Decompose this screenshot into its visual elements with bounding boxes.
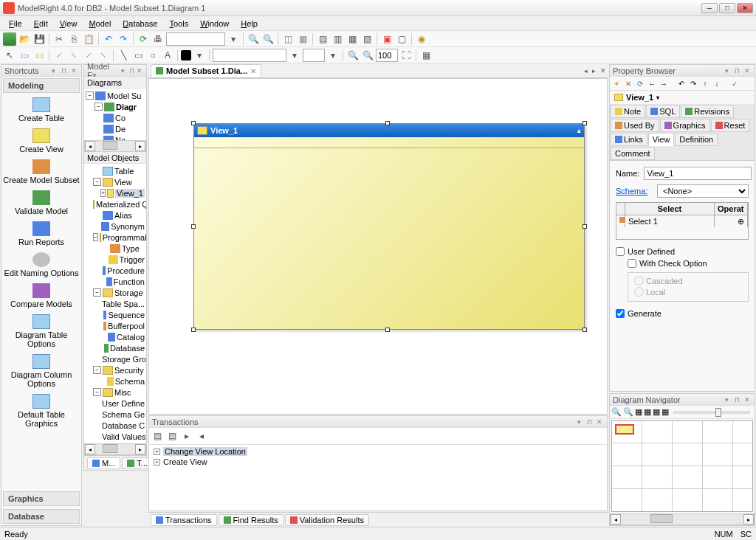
pin-icon[interactable]: ⊓ bbox=[59, 66, 68, 75]
model-objects-tree[interactable]: Table−View+View_1Materialized QuAliasSyn… bbox=[84, 164, 146, 443]
menu-edit[interactable]: Edit bbox=[28, 18, 54, 30]
tree-node[interactable]: Sequence bbox=[86, 309, 145, 320]
tree-node[interactable]: Function bbox=[86, 276, 145, 287]
rel2-icon[interactable]: ⟍ bbox=[67, 49, 80, 62]
pb4-icon[interactable]: ↓ bbox=[712, 78, 722, 89]
zoomout-icon[interactable]: 🔍 bbox=[361, 49, 374, 62]
shortcut-default-table-graphics[interactable]: Default Table Graphics bbox=[1, 391, 81, 431]
dropdown-icon[interactable]: ▾ bbox=[656, 94, 659, 101]
tab-links[interactable]: Links bbox=[611, 133, 647, 146]
grid-icon[interactable]: ▦ bbox=[419, 49, 433, 62]
shortcut-run-reports[interactable]: Run Reports bbox=[1, 218, 81, 249]
fwd-icon[interactable]: → bbox=[659, 78, 669, 89]
pb3-icon[interactable]: ↑ bbox=[700, 78, 710, 89]
search-input[interactable] bbox=[166, 32, 225, 46]
chk-generate[interactable]: Generate bbox=[616, 308, 749, 319]
shortcut-create-view[interactable]: Create View bbox=[1, 125, 81, 156]
paste-icon[interactable]: 📋 bbox=[82, 32, 95, 46]
view-entity[interactable]: View_1▴ bbox=[193, 123, 585, 330]
tree-node[interactable]: Catalog bbox=[86, 331, 145, 342]
menu-model[interactable]: Model bbox=[83, 18, 117, 30]
tree-node[interactable]: Materialized Qu bbox=[86, 198, 145, 210]
zoomin-icon[interactable]: 🔍 bbox=[611, 407, 622, 417]
shortcuts-group-database[interactable]: Database bbox=[3, 509, 80, 524]
resize-handle[interactable] bbox=[385, 328, 390, 332]
chk-user-defined[interactable]: User Defined bbox=[616, 246, 749, 257]
transaction-item[interactable]: +Change View Location bbox=[154, 446, 602, 457]
shortcut-create-table[interactable]: Create Table bbox=[1, 94, 81, 125]
tree-node[interactable]: User Define bbox=[86, 398, 145, 409]
dropdown3-icon[interactable]: ▾ bbox=[288, 49, 301, 62]
tb-icon-1[interactable]: ◫ bbox=[281, 32, 295, 46]
tab-view[interactable]: View bbox=[648, 133, 675, 146]
diagrams-scroll[interactable]: ◂▸ bbox=[84, 140, 146, 152]
zoom-input[interactable] bbox=[376, 49, 398, 62]
pin-icon[interactable]: ⊓ bbox=[732, 395, 741, 404]
tree-node[interactable]: Table Spa... bbox=[86, 298, 145, 309]
redo-icon[interactable]: ↷ bbox=[117, 32, 130, 46]
shortcut-compare-models[interactable]: Compare Models bbox=[1, 280, 81, 311]
tab-graphics[interactable]: Graphics bbox=[660, 119, 710, 132]
nav4-icon[interactable]: ▦ bbox=[662, 407, 669, 417]
dropdown-icon[interactable]: ▾ bbox=[722, 395, 731, 404]
tab-prev-icon[interactable]: ◂ bbox=[582, 67, 590, 75]
table-tool-icon[interactable]: ▭ bbox=[18, 49, 31, 62]
menu-database[interactable]: Database bbox=[117, 18, 163, 30]
shortcut-edit-naming[interactable]: Edit Naming Options bbox=[1, 249, 81, 280]
tb-icon-3[interactable]: ▤ bbox=[316, 32, 329, 46]
tree-node[interactable]: Storage Gro bbox=[86, 353, 145, 364]
view-tool-icon[interactable]: ▭ bbox=[32, 49, 46, 62]
tree-node[interactable]: +View_1 bbox=[86, 187, 145, 198]
refresh-icon[interactable]: ⟳ bbox=[635, 78, 645, 89]
grid-row[interactable]: Select 1 ⊕ bbox=[616, 215, 748, 227]
select-grid[interactable]: Select Operat Select 1 ⊕ bbox=[616, 202, 749, 240]
tab-reset[interactable]: Reset bbox=[711, 119, 750, 132]
tb-icon-7[interactable]: ▣ bbox=[380, 32, 394, 46]
tree-node[interactable]: Table bbox=[86, 165, 145, 176]
resize-handle[interactable] bbox=[385, 121, 390, 125]
tree-node[interactable]: Schema Ge bbox=[86, 409, 145, 420]
zoomin-icon[interactable]: 🔍 bbox=[346, 49, 360, 62]
undo-icon[interactable]: ↶ bbox=[102, 32, 115, 46]
tab-usedby[interactable]: Used By bbox=[611, 119, 659, 132]
tree-node[interactable]: Type bbox=[86, 243, 145, 254]
tree-node[interactable]: −Storage bbox=[86, 287, 145, 298]
tree-node[interactable]: −Misc bbox=[86, 387, 145, 398]
close-icon[interactable]: ✕ bbox=[743, 395, 752, 404]
resize-handle[interactable] bbox=[191, 224, 196, 229]
copy-icon[interactable]: ⎘ bbox=[67, 32, 80, 46]
trans-tb1-icon[interactable]: ▤ bbox=[151, 429, 164, 443]
rect-icon[interactable]: ▭ bbox=[131, 49, 145, 62]
menu-file[interactable]: File bbox=[3, 18, 28, 30]
dropdown4-icon[interactable]: ▾ bbox=[326, 49, 340, 62]
resize-handle[interactable] bbox=[191, 121, 196, 125]
apply-icon[interactable]: ✓ bbox=[729, 78, 740, 89]
zoomfit-icon[interactable]: ⛶ bbox=[399, 49, 413, 62]
tree-node[interactable]: −View bbox=[86, 176, 145, 187]
dropdown-icon[interactable]: ▾ bbox=[120, 66, 126, 75]
cut-icon[interactable]: ✂ bbox=[52, 32, 66, 46]
close-icon[interactable]: ✕ bbox=[137, 66, 143, 75]
refresh-icon[interactable]: ⟳ bbox=[137, 32, 150, 46]
tab-next-icon[interactable]: ▸ bbox=[590, 67, 598, 75]
close-icon[interactable]: ✕ bbox=[743, 66, 752, 75]
resize-handle[interactable] bbox=[191, 328, 196, 332]
shortcut-validate-model[interactable]: Validate Model bbox=[1, 187, 81, 218]
save-icon[interactable]: 💾 bbox=[32, 32, 46, 46]
tab-revisions[interactable]: Revisions bbox=[681, 105, 734, 118]
schema-select[interactable]: <None> bbox=[657, 184, 749, 198]
pin-icon[interactable]: ⊓ bbox=[585, 418, 594, 426]
back-icon[interactable]: ← bbox=[647, 78, 657, 89]
tb-icon-4[interactable]: ▥ bbox=[331, 32, 344, 46]
zoomout-icon[interactable]: 🔍 bbox=[623, 407, 633, 417]
dropdown-icon[interactable]: ▾ bbox=[574, 418, 583, 426]
tree-node[interactable]: Database bbox=[86, 342, 145, 353]
pb2-icon[interactable]: ↷ bbox=[688, 78, 698, 89]
dropdown-icon[interactable]: ▾ bbox=[227, 32, 240, 46]
menu-help[interactable]: Help bbox=[235, 18, 264, 30]
delete-icon[interactable]: ✕ bbox=[623, 78, 633, 89]
close-button[interactable]: ✕ bbox=[737, 3, 753, 13]
print-icon[interactable]: 🖶 bbox=[151, 32, 165, 46]
property-object-header[interactable]: View_1 ▾ bbox=[610, 91, 755, 104]
shortcuts-group-graphics[interactable]: Graphics bbox=[3, 491, 80, 506]
